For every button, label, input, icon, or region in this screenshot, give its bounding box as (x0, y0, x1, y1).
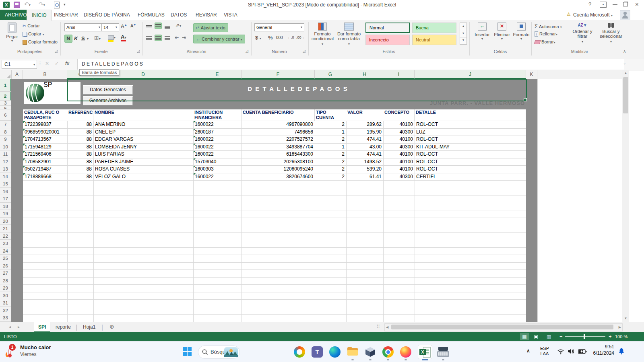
row-header-18[interactable]: 18 (0, 203, 11, 210)
cell[interactable]: 0968599020001 (23, 128, 67, 136)
cell[interactable]: ANA MERINO (93, 121, 193, 128)
language-indicator[interactable]: ESPLAA (538, 346, 551, 356)
column-header-H[interactable]: H (346, 70, 383, 79)
hscroll-thumb[interactable] (391, 325, 613, 329)
cell[interactable]: 4967090800 (242, 121, 315, 128)
row-header-9[interactable]: 9 (0, 136, 11, 143)
column-header-B[interactable]: B (23, 70, 67, 79)
cell[interactable]: 1722399837 (23, 121, 67, 128)
wifi-icon[interactable] (557, 349, 564, 354)
cell[interactable]: 2 (315, 158, 346, 166)
volume-icon[interactable] (568, 348, 575, 354)
zoom-out-button[interactable]: − (559, 333, 563, 339)
select-all-corner[interactable] (0, 70, 12, 79)
row-header-30[interactable]: 30 (0, 292, 11, 300)
cell[interactable]: 40100 (383, 121, 415, 128)
row-header-29[interactable]: 29 (0, 284, 11, 292)
view-page-break-icon[interactable]: ▥ (547, 334, 551, 339)
row-header-7[interactable]: 7 (0, 121, 11, 128)
cell[interactable]: 88 (67, 165, 93, 173)
cell[interactable]: PAREDES JAIME (93, 158, 193, 166)
cell[interactable]: 1718889668 (23, 173, 67, 181)
cell[interactable]: 1600022 (193, 136, 242, 143)
new-sheet-button[interactable]: ⊕ (109, 323, 114, 330)
cell[interactable]: CERTIFI (415, 173, 526, 181)
cell[interactable]: 40100 (383, 150, 415, 158)
cell[interactable]: ROL-OCT (415, 150, 526, 158)
cell[interactable]: 2600187 (193, 128, 242, 136)
copilot-icon[interactable] (294, 346, 305, 358)
cell[interactable]: EDGAR VARGAS (93, 136, 193, 143)
firefox-icon[interactable] (400, 346, 411, 358)
edge-icon[interactable] (329, 346, 341, 358)
table-header-cell[interactable]: REFERENCIA (67, 109, 93, 121)
cell[interactable]: 2 (315, 136, 346, 143)
cell[interactable]: 88 (67, 128, 93, 136)
column-header-E[interactable]: E (193, 70, 242, 79)
cell[interactable]: 43.00 (346, 143, 383, 151)
cell[interactable]: 40100 (383, 158, 415, 166)
row-header-14[interactable]: 14 (0, 173, 11, 181)
row-header-5[interactable]: 5 (0, 106, 11, 109)
cell[interactable]: 195.90 (346, 128, 383, 136)
table-header-cell[interactable]: INSTITUCION FINANCIERA (193, 109, 242, 121)
row-header-10[interactable]: 10 (0, 143, 11, 151)
sheet-tab-spi[interactable]: SPI (34, 322, 50, 332)
weather-widget[interactable]: 1 Mucho calor Viernes (2, 343, 75, 361)
row-header-22[interactable]: 22 (0, 232, 11, 240)
battery-icon[interactable] (578, 349, 587, 354)
scroll-down-arrow[interactable]: ▼ (622, 315, 629, 322)
hscroll-right-arrow[interactable]: ▶ (619, 325, 621, 329)
teams-icon[interactable]: T (312, 346, 323, 358)
cell[interactable]: ROL-OCT (415, 121, 526, 128)
cell[interactable]: 88 (67, 158, 93, 166)
cell[interactable]: 6165443300 (242, 150, 315, 158)
cell[interactable]: 15703040 (193, 158, 242, 166)
row-header-21[interactable]: 21 (0, 225, 11, 232)
column-header-F[interactable]: F (242, 70, 315, 79)
row-header-20[interactable]: 20 (0, 218, 11, 225)
vertical-scrollbar[interactable]: ▲ ▼ (622, 70, 629, 322)
cell[interactable]: 2 (315, 150, 346, 158)
cell[interactable]: 2 (315, 121, 346, 128)
sheet-tab-reporte[interactable]: reporte (52, 322, 75, 332)
start-button[interactable] (182, 346, 193, 358)
cell[interactable]: 1498.52 (346, 158, 383, 166)
cell[interactable]: ROL-OCT (415, 158, 526, 166)
cell[interactable]: 2 (315, 173, 346, 181)
cell[interactable]: 7496656 (242, 128, 315, 136)
cell[interactable]: ROSA CUASES (93, 165, 193, 173)
view-page-layout-icon[interactable]: ▣ (534, 334, 538, 339)
bell-icon[interactable] (618, 348, 625, 355)
zoom-level[interactable]: 100 % (615, 332, 627, 341)
cell[interactable]: 1 (315, 128, 346, 136)
cell[interactable]: 1 (315, 143, 346, 151)
cell[interactable]: 1721569406 (23, 150, 67, 158)
row-header-3[interactable]: 3 (0, 101, 11, 106)
cell[interactable]: 40100 (383, 136, 415, 143)
remote-keyboard-icon[interactable] (437, 346, 449, 358)
sheet-nav-right-icon[interactable]: ▸ (18, 325, 20, 329)
row-header-8[interactable]: 8 (0, 128, 11, 136)
row-header-11[interactable]: 11 (0, 150, 11, 158)
table-header-cell[interactable]: CEDULA, RUC O PASAPORTE (23, 109, 67, 121)
tabbar-splitter[interactable]: ⁞⁞ (377, 324, 380, 329)
cell[interactable]: 289.62 (346, 121, 383, 128)
virtualbox-icon[interactable] (365, 346, 376, 358)
view-normal-icon[interactable]: ▦ (520, 333, 529, 340)
row-header-32[interactable]: 32 (0, 307, 11, 315)
column-header-K[interactable]: K (526, 70, 537, 79)
row-header-19[interactable]: 19 (0, 210, 11, 218)
cell[interactable]: 3820674600 (242, 173, 315, 181)
tab-inicio[interactable]: INICIO (27, 10, 52, 21)
row-header-28[interactable]: 28 (0, 277, 11, 285)
cell[interactable]: 40300 (383, 143, 415, 151)
search-box[interactable]: Búsqueda (198, 346, 240, 359)
cell[interactable]: 474.41 (346, 136, 383, 143)
cell[interactable]: 474.41 (346, 150, 383, 158)
cell[interactable]: 61.41 (346, 173, 383, 181)
excel-taskbar-icon[interactable]: X (418, 345, 432, 359)
row-header-23[interactable]: 23 (0, 240, 11, 247)
cell[interactable]: 539.20 (346, 165, 383, 173)
zoom-slider-thumb[interactable] (584, 334, 585, 339)
